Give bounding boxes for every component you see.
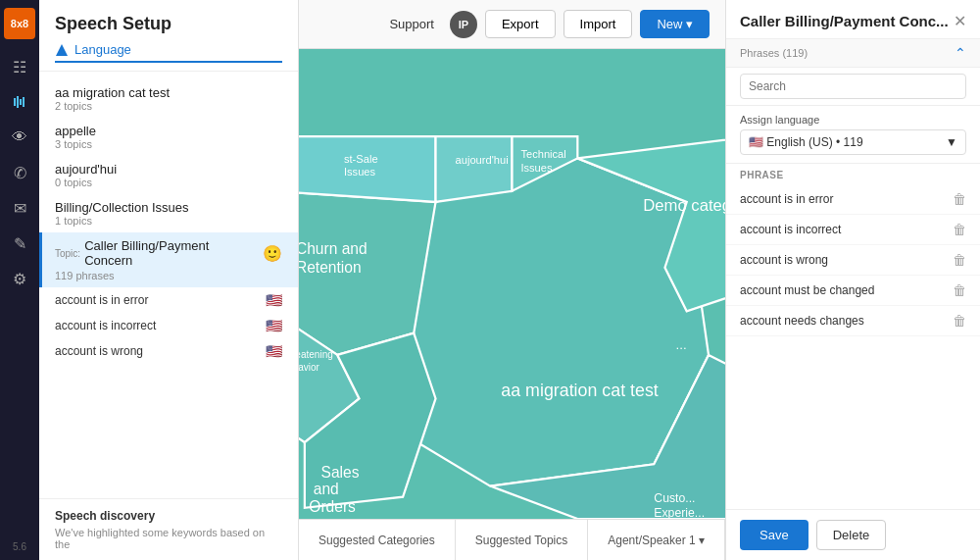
nav-audio-icon[interactable] (4, 86, 35, 118)
assign-language-section: Assign language 🇺🇸 English (US) • 119 ▼ (726, 106, 980, 164)
language-select[interactable]: 🇺🇸 English (US) • 119 ▼ (740, 129, 966, 155)
phrase-text: account is incorrect (740, 223, 841, 236)
new-button[interactable]: New ▾ (640, 10, 710, 38)
svg-rect-1 (17, 96, 19, 108)
svg-text:aujourd'hui: aujourd'hui (456, 154, 509, 166)
nav-eye-icon[interactable]: 👁 (4, 122, 35, 153)
speech-discovery-desc: We've highlighted some keywords based on… (55, 527, 282, 550)
svg-text:Retention: Retention (299, 259, 362, 276)
right-panel: Caller Billing/Payment Conc... ✕ Phrases… (725, 0, 980, 560)
left-panel: Speech Setup Language aa migration cat t… (39, 0, 299, 560)
left-panel-header: Speech Setup Language (39, 0, 298, 72)
phrase-row: account is wrong 🗑 (726, 245, 980, 276)
left-panel-list: aa migration cat test 2 topics appelle 3… (39, 72, 298, 498)
svg-text:Custo...: Custo... (654, 491, 695, 505)
page-title: Speech Setup (55, 14, 282, 34)
svg-text:Demo category: Demo category (643, 196, 725, 215)
phrase-items: account is in error 🗑 account is incorre… (726, 184, 980, 509)
suggested-topics-tab[interactable]: Suggested Topics (456, 520, 589, 560)
search-input[interactable] (740, 74, 966, 99)
close-button[interactable]: ✕ (954, 12, 966, 30)
expand-icon[interactable]: ⌃ (955, 45, 966, 61)
phrase-row: account is incorrect 🗑 (726, 215, 980, 245)
delete-phrase-icon[interactable]: 🗑 (953, 313, 966, 329)
delete-phrase-icon[interactable]: 🗑 (953, 282, 966, 298)
nav-chart-icon[interactable]: ✎ (4, 228, 35, 259)
dropdown-arrow-icon: ▼ (946, 135, 957, 149)
speech-discovery-title: Speech discovery (55, 509, 282, 523)
svg-text:Behavior: Behavior (299, 362, 320, 373)
svg-text:Issues: Issues (520, 162, 553, 174)
svg-marker-10 (436, 136, 513, 202)
icon-sidebar: 8x8 ☷ 👁 ✆ ✉ ✎ ⚙ 5.6 (0, 0, 39, 560)
nav-phone-icon[interactable]: ✆ (4, 157, 35, 188)
main-content: Support IP Export Import New ▾ (299, 0, 725, 560)
search-box (726, 68, 980, 106)
language-value: 🇺🇸 English (US) • 119 (749, 135, 863, 149)
topic-name: Caller Billing/Payment Concern (84, 238, 259, 268)
svg-marker-4 (56, 44, 68, 56)
svg-text:Issues: Issues (344, 166, 376, 178)
export-button[interactable]: Export (485, 10, 556, 38)
phrases-count-label: Phrases (119) (740, 47, 808, 59)
svg-text:Churn and: Churn and (299, 240, 368, 257)
phrase-row: account must be changed 🗑 (726, 276, 980, 306)
support-link[interactable]: Support (389, 17, 434, 31)
delete-button[interactable]: Delete (816, 520, 887, 550)
nav-grid-icon[interactable]: ☷ (4, 51, 35, 82)
svg-rect-0 (14, 98, 16, 106)
assign-language-label: Assign language (740, 114, 966, 126)
phrase-text: account needs changes (740, 314, 864, 328)
suggested-categories-tab[interactable]: Suggested Categories (299, 520, 456, 560)
active-topic-item[interactable]: Topic: Caller Billing/Payment Concern 🙂 … (39, 232, 298, 287)
svg-rect-2 (20, 99, 22, 105)
svg-text:...: ... (676, 337, 687, 352)
toolbar: Support IP Export Import New ▾ (299, 0, 725, 49)
flag-icon: 🇺🇸 (266, 343, 282, 359)
phrase-list-item: account is wrong 🇺🇸 (39, 338, 298, 364)
chart-area: st-Sale Issues aujourd'hui Technical Iss… (299, 49, 725, 519)
flag-icon: 🇺🇸 (266, 292, 282, 308)
list-item[interactable]: aujourd'hui 0 topics (39, 156, 298, 194)
svg-text:Threatening: Threatening (299, 349, 333, 360)
svg-text:aa migration cat test: aa migration cat test (501, 381, 658, 400)
list-item[interactable]: appelle 3 topics (39, 118, 298, 156)
nav-envelope-icon[interactable]: ✉ (4, 192, 35, 224)
delete-phrase-icon[interactable]: 🗑 (953, 252, 966, 268)
list-item[interactable]: aa migration cat test 2 topics (39, 79, 298, 118)
svg-text:st-Sale: st-Sale (344, 153, 378, 165)
phrase-list-item: account is in error 🇺🇸 (39, 287, 298, 313)
bottom-bar: Suggested Categories Suggested Topics Ag… (299, 519, 725, 560)
svg-rect-3 (23, 97, 24, 107)
agent-speaker-tab[interactable]: Agent/Speaker 1 ▾ (588, 520, 725, 560)
flag-icon: 🇺🇸 (266, 318, 282, 333)
list-item-billing[interactable]: Billing/Collection Issues 1 topics (39, 194, 298, 232)
svg-text:and: and (314, 481, 339, 497)
save-button[interactable]: Save (740, 520, 808, 550)
chart-svg: st-Sale Issues aujourd'hui Technical Iss… (299, 49, 725, 519)
app-version: 5.6 (13, 541, 26, 560)
phrase-row: account is in error 🗑 (726, 184, 980, 215)
topic-label: Topic: (55, 248, 80, 259)
phrase-section-label: PHRASE (726, 164, 980, 184)
import-button[interactable]: Import (564, 10, 633, 38)
phrase-row: account needs changes 🗑 (726, 306, 980, 336)
language-tab[interactable]: Language (55, 42, 282, 63)
app-logo: 8x8 (4, 8, 35, 39)
phrases-section-header: Phrases (119) ⌃ (726, 39, 980, 68)
phrase-list-item: account is incorrect 🇺🇸 (39, 313, 298, 338)
delete-phrase-icon[interactable]: 🗑 (953, 191, 966, 207)
nav-gear-icon[interactable]: ⚙ (4, 263, 35, 294)
phrase-text: account must be changed (740, 283, 874, 297)
phrase-text: account is wrong (740, 253, 828, 267)
avatar: IP (450, 11, 477, 38)
svg-text:Experie...: Experie... (654, 506, 705, 519)
right-panel-title: Caller Billing/Payment Conc... (740, 13, 949, 29)
emoji-icon[interactable]: 🙂 (263, 244, 282, 263)
svg-text:Orders: Orders (309, 498, 356, 515)
phrase-text: account is in error (740, 192, 833, 206)
speech-discovery: Speech discovery We've highlighted some … (39, 498, 298, 560)
right-panel-header: Caller Billing/Payment Conc... ✕ (726, 0, 980, 39)
delete-phrase-icon[interactable]: 🗑 (953, 222, 966, 237)
svg-text:Sales: Sales (321, 464, 360, 481)
